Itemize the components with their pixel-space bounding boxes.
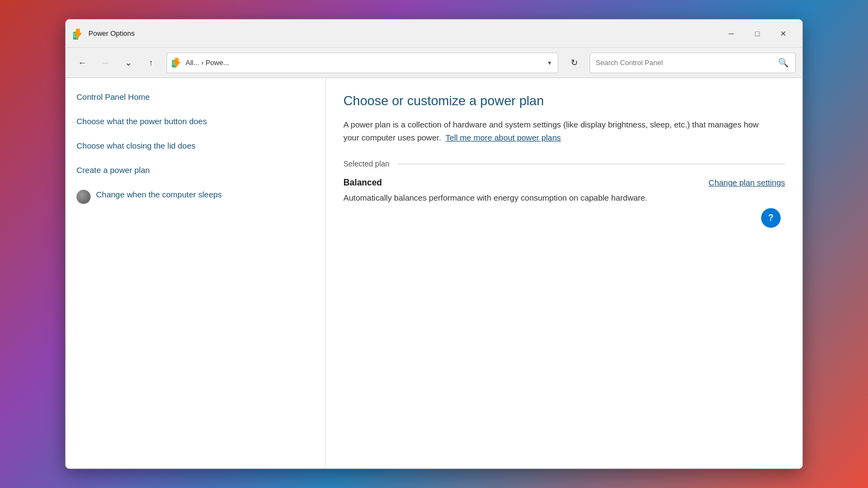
dropdown-button[interactable]: ⌄ — [118, 53, 138, 73]
toolbar: ← → ⌄ ↑ « All... › Powe... ▾ ↻ 🔍 — [66, 48, 802, 78]
sidebar-lid-label: Choose what closing the lid does — [76, 140, 195, 151]
title-bar-controls: ─ □ ✕ — [719, 25, 796, 42]
sidebar-item-lid[interactable]: Choose what closing the lid does — [76, 140, 315, 151]
sidebar-item-sleep[interactable]: Change when the computer sleeps — [76, 189, 315, 204]
page-title: Choose or customize a power plan — [343, 93, 785, 108]
back-button[interactable]: ← — [72, 53, 93, 73]
search-button[interactable]: 🔍 — [777, 56, 790, 69]
minimize-button[interactable]: ─ — [719, 25, 744, 42]
sidebar-power-button-label: Choose what the power button does — [76, 115, 207, 127]
refresh-button[interactable]: ↻ — [564, 53, 584, 73]
section-divider: Selected plan — [343, 159, 785, 168]
plan-row: Balanced Change plan settings — [343, 178, 785, 188]
close-button[interactable]: ✕ — [771, 25, 796, 42]
learn-more-link[interactable]: Tell me more about power plans — [445, 133, 561, 142]
maximize-button[interactable]: □ — [745, 25, 770, 42]
address-bar[interactable]: « All... › Powe... ▾ — [167, 53, 558, 73]
sidebar: Control Panel Home Choose what the power… — [66, 78, 326, 468]
address-prefix: All... — [186, 59, 199, 67]
sidebar-item-power-button[interactable]: Choose what the power button does — [76, 115, 315, 127]
sidebar-create-plan-label: Create a power plan — [76, 164, 150, 176]
address-sep1: › — [201, 59, 206, 67]
svg-text:«: « — [177, 60, 178, 63]
sleep-icon — [76, 190, 91, 204]
window-title: Power Options — [88, 29, 719, 37]
address-dropdown-button[interactable]: ▾ — [546, 57, 553, 69]
plan-name: Balanced — [343, 178, 382, 188]
title-bar: Power Options ─ □ ✕ — [66, 20, 802, 48]
sidebar-sleep-label: Change when the computer sleeps — [96, 189, 222, 200]
window: Power Options ─ □ ✕ ← → ⌄ ↑ « All... › P… — [65, 19, 803, 469]
forward-button[interactable]: → — [95, 53, 116, 73]
help-button[interactable]: ? — [761, 208, 781, 228]
plan-description: Automatically balances performance with … — [343, 192, 723, 204]
main-content: ? Choose or customize a power plan A pow… — [326, 78, 802, 468]
address-current: Powe... — [206, 59, 229, 67]
window-icon — [72, 28, 84, 40]
search-input[interactable] — [596, 59, 777, 67]
search-bar[interactable]: 🔍 — [590, 53, 796, 73]
change-plan-link[interactable]: Change plan settings — [709, 178, 785, 187]
section-label: Selected plan — [343, 159, 390, 168]
divider-line — [398, 164, 785, 164]
up-button[interactable]: ↑ — [141, 53, 161, 73]
address-bar-icon: « — [171, 57, 182, 68]
sidebar-item-create-plan[interactable]: Create a power plan — [76, 164, 315, 176]
description: A power plan is a collection of hardware… — [343, 118, 767, 144]
sidebar-home-label: Control Panel Home — [76, 91, 150, 102]
address-text: All... › Powe... — [186, 59, 546, 67]
sidebar-item-home[interactable]: Control Panel Home — [76, 91, 315, 102]
content-area: Control Panel Home Choose what the power… — [66, 78, 802, 468]
